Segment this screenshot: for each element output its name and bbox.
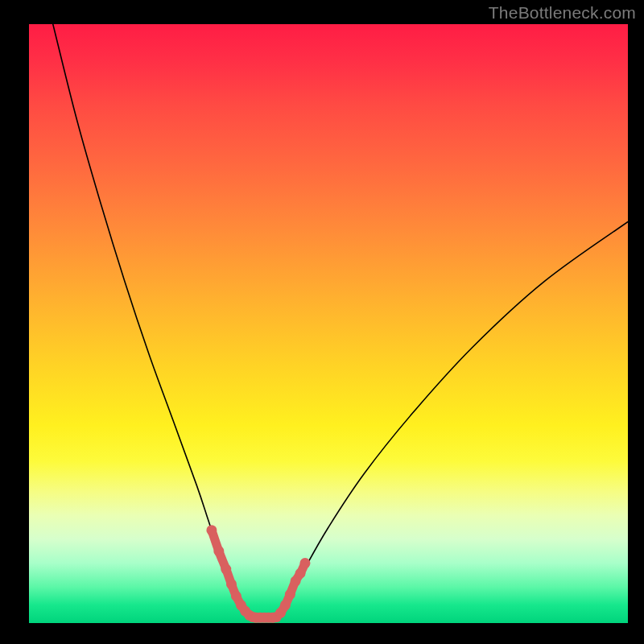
bottleneck-markers (206, 525, 310, 623)
marker-dot (280, 600, 291, 610)
marker-dot (285, 589, 295, 600)
marker-dot (206, 525, 217, 535)
right-curve (275, 222, 628, 617)
marker-stroke (212, 530, 253, 617)
marker-dot (231, 591, 242, 601)
curve-layer (29, 24, 628, 623)
marker-dot (213, 546, 224, 556)
plot-area (29, 24, 628, 623)
marker-dot (221, 564, 231, 575)
left-curve (53, 24, 251, 617)
marker-dot (295, 568, 306, 579)
chart-stage: TheBottleneck.com (0, 0, 644, 644)
watermark-text: TheBottleneck.com (489, 3, 636, 23)
marker-dot (299, 558, 310, 568)
marker-dot (226, 579, 237, 589)
